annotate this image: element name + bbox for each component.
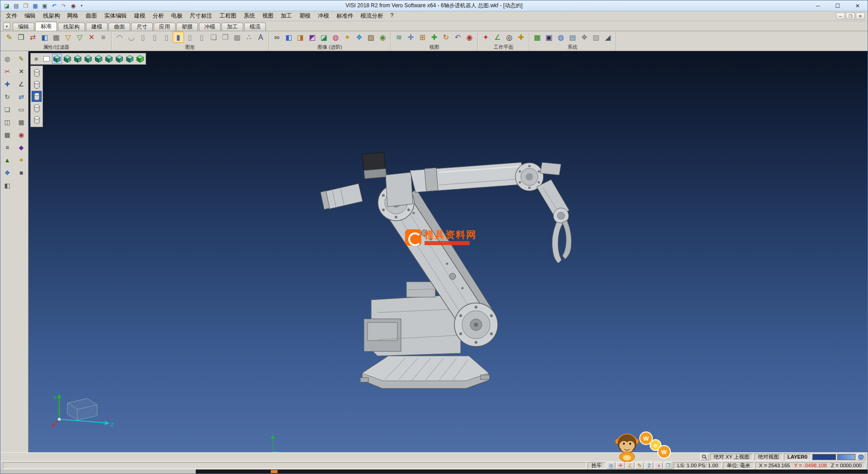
dimension-2d-icon[interactable]: 2 xyxy=(645,462,653,469)
tool-box-icon[interactable]: ▭ xyxy=(15,104,27,115)
filter-down-icon[interactable]: ▽ xyxy=(62,32,74,43)
layer-box-icon[interactable]: ❒ xyxy=(664,462,672,469)
menu-item[interactable]: 曲面 xyxy=(82,11,101,21)
window-config-icon[interactable]: ▤ xyxy=(567,32,578,43)
shade-mode-4-icon[interactable]: ◪ xyxy=(318,32,330,43)
tool-hatch-icon[interactable]: ▩ xyxy=(1,129,13,140)
attr-swap-icon[interactable]: ⇄ xyxy=(27,32,38,43)
view-blank-icon[interactable] xyxy=(42,54,52,64)
layer-cylinder-1[interactable] xyxy=(32,67,42,78)
palette-icon[interactable]: ◑ xyxy=(654,462,663,469)
workplane-axes-icon[interactable]: ✦ xyxy=(480,32,491,43)
shade-glasses-icon[interactable]: ∞ xyxy=(271,32,283,43)
attr-match-icon[interactable]: ◧ xyxy=(39,32,50,43)
units-indicator[interactable]: 单位: 毫米 xyxy=(723,462,754,469)
view-cube-icon[interactable] xyxy=(62,54,72,64)
menu-item[interactable]: 尺寸标注 xyxy=(186,11,216,21)
menu-item[interactable]: 系统 xyxy=(240,11,259,21)
ribbon-tab[interactable]: 模流 xyxy=(244,23,266,31)
tool-move-icon[interactable]: ✚ xyxy=(1,79,13,90)
maximize-button[interactable]: ☐ xyxy=(828,0,848,11)
menu-item[interactable]: 建模 xyxy=(131,11,149,21)
solid-cylinder-3-icon[interactable]: ▯ xyxy=(161,32,172,43)
lock-toggle[interactable]: 拴牢 xyxy=(588,462,605,469)
close-button[interactable]: ✕ xyxy=(848,0,868,11)
shade-mode-3-icon[interactable]: ◩ xyxy=(307,32,318,43)
tab-dropdown-icon[interactable]: ▼ xyxy=(3,23,10,30)
snap-ring-icon[interactable]: ◎ xyxy=(607,462,615,469)
globe-icon[interactable] xyxy=(857,454,865,460)
menu-item[interactable]: ? xyxy=(387,11,397,21)
ribbon-tab[interactable]: 标准 xyxy=(35,22,57,31)
tool-target-icon[interactable]: ◉ xyxy=(15,129,27,140)
active-layer-indicator[interactable]: LAYER0 xyxy=(784,454,811,460)
menu-item[interactable]: 网格 xyxy=(64,11,82,21)
ribbon-tab[interactable]: 应用 xyxy=(154,23,175,31)
qat-attributes-icon[interactable]: ◪ xyxy=(2,2,11,10)
rotate-view-icon[interactable]: ↻ xyxy=(440,32,452,43)
mesh-body-icon[interactable]: ▩ xyxy=(231,32,243,43)
view-reference-indicator[interactable]: 绝对视图 xyxy=(755,454,783,460)
globe-icon[interactable]: ◍ xyxy=(555,32,566,43)
secondary-color-swatch[interactable] xyxy=(837,454,855,460)
layer-cylinder-3[interactable] xyxy=(32,91,42,102)
tool-half-icon[interactable]: ◧ xyxy=(1,180,13,191)
menu-item[interactable]: 编辑 xyxy=(21,11,39,21)
view-menu-icon[interactable]: ≡ xyxy=(31,54,41,64)
ribbon-tab[interactable]: 尺寸 xyxy=(131,23,153,31)
filter-list-icon[interactable]: ≡ xyxy=(98,32,109,43)
menu-item[interactable]: 文件 xyxy=(2,11,21,21)
light-icon[interactable]: ✦ xyxy=(342,32,353,43)
tool-delete-icon[interactable]: ✕ xyxy=(15,66,27,77)
material-icon[interactable]: ❖ xyxy=(354,32,365,43)
tool-cluster-icon[interactable]: ❖ xyxy=(1,167,13,178)
ribbon-tab[interactable]: 冲模 xyxy=(199,23,221,31)
shade-mode-2-icon[interactable]: ◨ xyxy=(295,32,306,43)
qat-undo-icon[interactable]: ↶ xyxy=(50,2,59,10)
ribbon-tab[interactable]: 编辑 xyxy=(13,23,34,31)
grid-snap-icon[interactable]: ✛ xyxy=(616,462,625,469)
environment-icon[interactable]: ◉ xyxy=(377,32,388,43)
view-cube-icon[interactable] xyxy=(73,54,83,64)
view-mode-indicator[interactable]: 绝对 XY 上视图 xyxy=(710,454,753,460)
qat-open-icon[interactable]: ❐ xyxy=(21,2,30,10)
tool-cut-icon[interactable]: ✂ xyxy=(1,66,13,77)
active-color-swatch[interactable] xyxy=(812,454,836,460)
mdi-restore-button[interactable]: ❐ xyxy=(846,13,855,19)
pattern-icon[interactable]: ▨ xyxy=(590,32,602,43)
viewport-canvas[interactable]: ≡ xyxy=(28,51,868,452)
menu-item[interactable]: 塑模 xyxy=(296,11,314,21)
qat-plot-icon[interactable]: ◉ xyxy=(69,2,78,10)
shaded-mode-icon[interactable]: ▮ xyxy=(173,32,184,43)
qat-print-icon[interactable]: ▣ xyxy=(40,2,49,10)
ribbon-tab[interactable]: 线架构 xyxy=(58,23,85,31)
taskbar-app-icon[interactable] xyxy=(271,470,278,473)
qat-save-icon[interactable]: ▦ xyxy=(31,2,40,10)
mdi-close-button[interactable]: ✕ xyxy=(856,13,865,19)
ribbon-tab[interactable]: 加工 xyxy=(222,23,243,31)
box-icon[interactable]: ❒ xyxy=(220,32,231,43)
text-entity-icon[interactable]: A xyxy=(255,32,266,43)
ribbon-tab[interactable]: 曲面 xyxy=(108,23,130,31)
qat-redo-icon[interactable]: ↷ xyxy=(59,2,68,10)
pan-view-icon[interactable]: ✛ xyxy=(405,32,416,43)
view-cube-icon[interactable] xyxy=(114,54,124,64)
tool-diamond-icon[interactable]: ◆ xyxy=(15,142,27,153)
attr-copy-icon[interactable]: ❐ xyxy=(15,32,27,43)
menu-item[interactable]: 电极 xyxy=(168,11,186,21)
snap-grid-icon[interactable]: ❖ xyxy=(579,32,590,43)
tool-sheet-icon[interactable]: ❏ xyxy=(1,104,13,115)
tool-swap-icon[interactable]: ⇄ xyxy=(15,91,27,102)
view-cube-icon[interactable] xyxy=(135,54,145,64)
dynamic-view-icon[interactable]: ≋ xyxy=(393,32,405,43)
shade-mode-1-icon[interactable]: ◧ xyxy=(283,32,294,43)
mdi-minimize-button[interactable]: ─ xyxy=(836,13,845,19)
tool-angle-icon[interactable]: ∠ xyxy=(15,79,27,90)
menu-item[interactable]: 线架构 xyxy=(39,11,64,21)
tool-select-icon[interactable]: ◎ xyxy=(1,53,13,64)
tool-stack-icon[interactable]: ≡ xyxy=(1,142,13,153)
render-3d-icon[interactable]: ◢ xyxy=(602,32,613,43)
curve-lower-icon[interactable]: ◡ xyxy=(126,32,137,43)
screen-icon[interactable]: ▣ xyxy=(543,32,555,43)
view-cube-icon[interactable] xyxy=(83,54,93,64)
